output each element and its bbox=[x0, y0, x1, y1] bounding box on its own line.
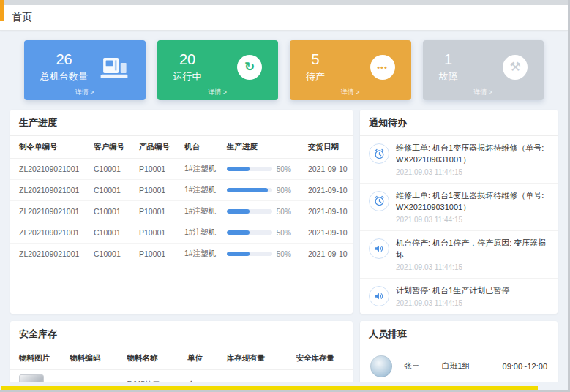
progress-bar bbox=[227, 230, 272, 235]
cell-machine: 1#注塑机 bbox=[181, 159, 223, 180]
person-shift: 白班1组 bbox=[441, 361, 502, 372]
col-code: 物料编码 bbox=[66, 347, 123, 370]
notice-body: 机台停产: 机台1停产，停产原因: 变压器损坏 2021.09.03 11:44… bbox=[396, 238, 549, 271]
production-row[interactable]: ZL202109021001 C10001 P10001 1#注塑机 50% 2… bbox=[10, 244, 353, 265]
schedule-panel: 人员排班 张三 白班1组 09:00~12:00 李四 白班2组 12:00~1… bbox=[360, 321, 558, 382]
window-accent-left bbox=[0, 0, 4, 21]
col-product: 产品编号 bbox=[135, 136, 181, 159]
window-accent-bottom bbox=[1, 386, 538, 390]
production-row[interactable]: ZL202109021001 C10001 P10001 1#注塑机 50% 2… bbox=[10, 201, 353, 222]
dashboard-window: 首页 26 总机台数量 bbox=[0, 0, 570, 392]
cell-order: ZL202109021001 bbox=[10, 201, 90, 222]
cell-product: P10001 bbox=[135, 222, 181, 244]
cell-customer: C10001 bbox=[90, 222, 135, 244]
speaker-icon bbox=[369, 238, 389, 259]
detail-link[interactable]: 详情 > bbox=[299, 88, 402, 98]
cell-order: ZL202109021001 bbox=[10, 159, 90, 180]
production-row[interactable]: ZL202109021001 C10001 P10001 1#注塑机 50% 2… bbox=[10, 222, 353, 244]
card-main: 1 故障 ⚒ bbox=[432, 46, 536, 88]
cell-order: ZL202109021001 bbox=[10, 180, 90, 201]
notice-time: 2021.09.03 11:44:15 bbox=[396, 263, 549, 271]
cell-customer: C10001 bbox=[90, 180, 135, 201]
panel-title: 通知待办 bbox=[360, 110, 558, 136]
notice-time: 2021.09.03 11:44:15 bbox=[396, 216, 549, 224]
progress-value: 50% bbox=[277, 165, 291, 173]
machine-icon bbox=[99, 54, 130, 80]
notice-body: 维修工单: 机台1变压器损坏待维修（单号: WX202109031001） 20… bbox=[396, 190, 549, 224]
detail-link[interactable]: 详情 > bbox=[432, 88, 536, 98]
notice-item[interactable]: 计划暂停: 机台1生产计划已暂停 2021.09.03 11:44:15 bbox=[360, 279, 558, 314]
progress-value: 90% bbox=[277, 186, 291, 195]
inventory-table: 物料图片 物料编码 物料名称 单位 库存现有量 安全库存量 M100001 R bbox=[10, 347, 353, 382]
cell-unit: 个 bbox=[184, 369, 223, 382]
cell-safety: 900 bbox=[293, 369, 353, 382]
card-main: 26 总机台数量 bbox=[33, 46, 137, 88]
cell-code: M100001 bbox=[66, 369, 123, 382]
col-customer: 客户编号 bbox=[90, 136, 135, 159]
production-row[interactable]: ZL202109021001 C10001 P10001 1#注塑机 50% 2… bbox=[10, 159, 353, 180]
fault-icon: ⚒ bbox=[503, 55, 528, 80]
cell-date: 2021-09-10 bbox=[304, 222, 353, 244]
cell-progress: 50% bbox=[223, 222, 304, 244]
stat-label: 故障 bbox=[439, 70, 458, 83]
stat-card-total-machines[interactable]: 26 总机台数量 详情 > bbox=[24, 40, 146, 100]
cell-customer: C10001 bbox=[90, 159, 135, 180]
stat-value: 26 bbox=[40, 51, 88, 67]
cell-machine: 1#注塑机 bbox=[181, 180, 223, 201]
col-photo: 物料图片 bbox=[10, 347, 66, 370]
safety-stock-panel: 安全库存 物料图片 物料编码 物料名称 单位 库存现有量 安全库存量 bbox=[10, 321, 353, 382]
clock-icon bbox=[369, 191, 389, 211]
card-info: 1 故障 bbox=[439, 51, 458, 83]
notice-text: 计划暂停: 机台1生产计划已暂停 bbox=[396, 285, 509, 297]
tab-home[interactable]: 首页 bbox=[12, 11, 32, 24]
detail-link[interactable]: 详情 > bbox=[33, 88, 137, 98]
production-row[interactable]: ZL202109021001 C10001 P10001 1#注塑机 90% 2… bbox=[10, 180, 353, 201]
cell-product: P10001 bbox=[135, 180, 181, 201]
cell-progress: 90% bbox=[223, 180, 304, 201]
col-order: 制令单编号 bbox=[10, 136, 90, 159]
card-info: 20 运行中 bbox=[173, 51, 202, 83]
cell-order: ZL202109021001 bbox=[10, 222, 90, 244]
schedule-row: 张三 白班1组 09:00~12:00 bbox=[360, 347, 558, 382]
col-machine: 机台 bbox=[181, 136, 223, 159]
cell-progress: 50% bbox=[223, 244, 304, 265]
notice-item[interactable]: 维修工单: 机台1变压器损坏待维修（单号: WX202109031001） 20… bbox=[360, 136, 558, 184]
notice-item[interactable]: 机台停产: 机台1停产，停产原因: 变压器损坏 2021.09.03 11:44… bbox=[360, 231, 558, 279]
detail-link[interactable]: 详情 > bbox=[166, 88, 270, 98]
avatar bbox=[370, 355, 392, 377]
cell-date: 2021-09-10 bbox=[304, 159, 353, 180]
cell-progress: 50% bbox=[223, 201, 304, 222]
cell-customer: C10001 bbox=[90, 201, 135, 222]
panels-grid: 生产进度 制令单编号 客户编号 产品编号 机台 生产进度 交货日期 bbox=[10, 110, 558, 382]
card-info: 5 待产 bbox=[306, 51, 325, 83]
col-stock: 库存现有量 bbox=[223, 347, 293, 370]
notice-text: 机台停产: 机台1停产，停产原因: 变压器损坏 bbox=[396, 238, 549, 261]
clock-icon bbox=[369, 143, 389, 164]
progress-value: 50% bbox=[277, 250, 291, 258]
notice-item[interactable]: 维修工单: 机台1变压器损坏待维修（单号: WX202109031001） 20… bbox=[360, 184, 558, 231]
standby-icon: ••• bbox=[370, 55, 395, 80]
cell-machine: 1#注塑机 bbox=[181, 244, 223, 265]
col-progress: 生产进度 bbox=[223, 136, 304, 159]
table-header-row: 物料图片 物料编码 物料名称 单位 库存现有量 安全库存量 bbox=[10, 347, 353, 370]
card-main: 5 待产 ••• bbox=[299, 46, 402, 88]
cell-machine: 1#注塑机 bbox=[181, 222, 223, 244]
stat-card-fault[interactable]: 1 故障 ⚒ 详情 > bbox=[423, 40, 544, 100]
progress-bar bbox=[227, 188, 272, 192]
cell-machine: 1#注塑机 bbox=[181, 201, 223, 222]
window-top-strip bbox=[0, 0, 568, 5]
person-name: 张三 bbox=[404, 361, 441, 372]
stat-card-standby[interactable]: 5 待产 ••• 详情 > bbox=[290, 40, 411, 100]
cell-progress: 50% bbox=[223, 159, 304, 180]
table-header-row: 制令单编号 客户编号 产品编号 机台 生产进度 交货日期 bbox=[10, 136, 353, 159]
inventory-row[interactable]: M100001 RJ45接口 个 750 900 bbox=[10, 369, 353, 382]
cell-order: ZL202109021001 bbox=[10, 244, 90, 265]
production-progress-panel: 生产进度 制令单编号 客户编号 产品编号 机台 生产进度 交货日期 bbox=[10, 110, 353, 314]
production-table: 制令单编号 客户编号 产品编号 机台 生产进度 交货日期 ZL202109021… bbox=[10, 136, 353, 264]
cell-date: 2021-09-10 bbox=[304, 201, 353, 222]
stat-card-running[interactable]: 20 运行中 ↻ 详情 > bbox=[157, 40, 279, 100]
notice-time: 2021.09.03 11:44:15 bbox=[396, 168, 549, 176]
notice-text: 维修工单: 机台1变压器损坏待维修（单号: WX202109031001） bbox=[396, 143, 549, 166]
stat-value: 1 bbox=[439, 51, 458, 67]
stat-value: 20 bbox=[173, 51, 202, 67]
